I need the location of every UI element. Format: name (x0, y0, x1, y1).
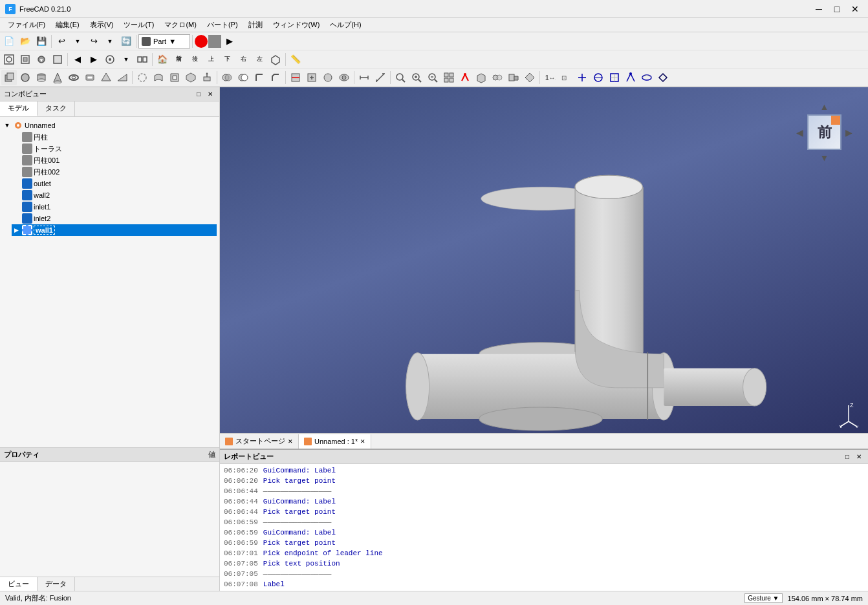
tab-unnamed[interactable]: Unnamed : 1* ✕ (299, 434, 371, 449)
list-item[interactable]: outlet (12, 178, 217, 189)
left-tab-data[interactable]: データ (38, 577, 75, 591)
tb-back[interactable]: ◀ (70, 52, 85, 67)
startpage-tab-close[interactable]: ✕ (288, 438, 293, 445)
tb-new[interactable]: 📄 (1, 34, 17, 49)
nav-arrow-left[interactable]: ◀ (794, 126, 806, 139)
tb-redo-arrow[interactable]: ▼ (102, 34, 118, 49)
tb-drawstyle[interactable] (50, 52, 65, 67)
menu-measure[interactable]: 計測 (243, 19, 268, 31)
menu-part[interactable]: パート(P) (202, 19, 243, 31)
tb-stereo[interactable] (135, 52, 150, 67)
tb-prism[interactable] (98, 70, 114, 85)
tb-view-left[interactable]: 左 (252, 52, 267, 67)
tb-fit-all[interactable] (1, 52, 17, 67)
nav-arrow-down[interactable]: ▼ (818, 151, 831, 164)
list-item[interactable]: inlet1 (12, 201, 217, 213)
nav-arrow-up[interactable]: ▲ (818, 100, 831, 113)
list-item[interactable]: inlet2 (12, 213, 217, 224)
tb-extrude[interactable] (199, 70, 215, 85)
menu-file[interactable]: ファイル(F) (3, 19, 50, 31)
tb-torus[interactable] (66, 70, 81, 85)
tb-view-front[interactable]: 前 (171, 52, 186, 67)
tab-model[interactable]: モデル (0, 101, 38, 116)
tb-view-right[interactable]: 右 (235, 52, 251, 67)
tb-misc1[interactable] (473, 70, 489, 85)
maximize-button[interactable]: □ (829, 3, 845, 16)
tb-cylinder[interactable] (34, 70, 49, 85)
tb-sphere[interactable] (17, 70, 33, 85)
tb-macro-run[interactable]: ▶ (222, 34, 237, 49)
tb-measure[interactable]: 📏 (288, 52, 303, 67)
tb-dim8[interactable] (655, 70, 671, 85)
tb-zoom-fit[interactable] (393, 70, 408, 85)
close-button[interactable]: ✕ (847, 3, 863, 16)
tb-dim7[interactable] (639, 70, 655, 85)
combo-close-button[interactable]: ✕ (205, 89, 215, 100)
tb-synccam[interactable] (102, 52, 118, 67)
tb-view-back[interactable]: 後 (187, 52, 202, 67)
tb-bool2[interactable] (235, 70, 251, 85)
tb-part2[interactable] (151, 70, 166, 85)
tab-task[interactable]: タスク (38, 101, 75, 116)
tb-dim1[interactable]: 1↔2 (542, 70, 558, 85)
tb-moreview[interactable] (441, 70, 457, 85)
list-item[interactable]: 円柱001 (12, 154, 217, 166)
tree-root[interactable]: ▼ Unnamed (3, 120, 217, 131)
tb-dim5[interactable] (607, 70, 622, 85)
tb-zoom-out[interactable] (425, 70, 440, 85)
tb-select-menu[interactable]: ▼ (34, 52, 49, 67)
tb-misc2[interactable] (490, 70, 505, 85)
tb-zoom-in[interactable] (409, 70, 424, 85)
tb-cone[interactable] (50, 70, 65, 85)
tb-refresh[interactable]: 🔄 (118, 34, 134, 49)
tb-undo-arrow[interactable]: ▼ (70, 34, 85, 49)
list-item[interactable]: wall2 (12, 189, 217, 201)
tb-undo[interactable]: ↩ (54, 34, 69, 49)
tb-more3[interactable] (336, 70, 352, 85)
workbench-dropdown[interactable]: Part ▼ (138, 34, 190, 48)
tb-snap[interactable] (457, 70, 473, 85)
tb-chamfer[interactable] (268, 70, 283, 85)
report-restore-button[interactable]: □ (842, 452, 852, 462)
tb-redo[interactable]: ↪ (86, 34, 102, 49)
tb-dim3[interactable] (574, 70, 590, 85)
left-tab-view[interactable]: ビュー (0, 577, 38, 591)
list-item[interactable]: ▶ wall1 (12, 224, 217, 236)
tb-section[interactable] (288, 70, 303, 85)
tb-dim2[interactable]: ⊡ (558, 70, 574, 85)
tb-more2[interactable] (320, 70, 336, 85)
menu-macro[interactable]: マクロ(M) (159, 19, 202, 31)
list-item[interactable]: 円柱002 (12, 166, 217, 178)
tb-open[interactable]: 📂 (17, 34, 33, 49)
tb-part3[interactable] (167, 70, 182, 85)
tb-dim6[interactable] (623, 70, 638, 85)
menu-view[interactable]: 表示(V) (85, 19, 119, 31)
viewport[interactable]: ▲ ◀ 前 ▶ ▼ (220, 87, 868, 449)
nav-arrow-right[interactable]: ▶ (843, 126, 855, 139)
tb-fillet[interactable] (252, 70, 267, 85)
tb-tube[interactable] (82, 70, 98, 85)
tb-view-bottom[interactable]: 下 (219, 52, 235, 67)
tb-macro-record[interactable] (195, 35, 208, 48)
tb-view-iso[interactable] (268, 52, 283, 67)
tb-dim4[interactable] (591, 70, 606, 85)
nav-cube-face-front[interactable]: 前 (807, 114, 841, 150)
combo-restore-button[interactable]: □ (193, 89, 204, 100)
tb-misc3[interactable] (506, 70, 521, 85)
tb-wedge[interactable] (114, 70, 130, 85)
unnamed-tab-close[interactable]: ✕ (360, 438, 365, 445)
list-item[interactable]: トーラス (12, 143, 217, 154)
tb-view-home[interactable]: 🏠 (155, 52, 170, 67)
tb-view-top[interactable]: 上 (203, 52, 219, 67)
tb-fwd[interactable]: ▶ (86, 52, 102, 67)
tb-fit-selection[interactable] (17, 52, 33, 67)
tb-bool1[interactable] (219, 70, 235, 85)
menu-tools[interactable]: ツール(T) (118, 19, 159, 31)
navigation-mode-dropdown[interactable]: Gesture ▼ (744, 593, 782, 603)
tab-startpage[interactable]: スタートページ ✕ (220, 434, 299, 449)
tb-macro-stop[interactable] (208, 35, 221, 48)
list-item[interactable]: 円柱 (12, 131, 217, 143)
report-close-button[interactable]: ✕ (854, 452, 864, 462)
tb-box[interactable] (1, 70, 17, 85)
tb-save[interactable]: 💾 (34, 34, 49, 49)
